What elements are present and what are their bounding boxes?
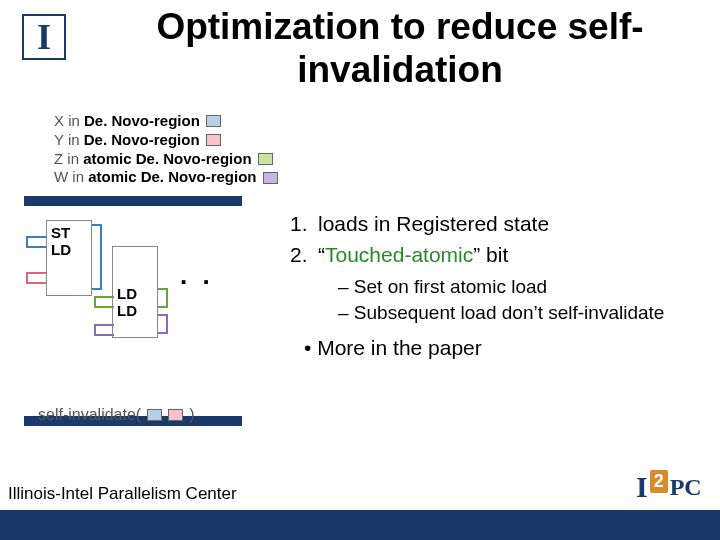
item1-text: loads in Registered state — [318, 212, 549, 235]
arrow-purple-icon — [94, 324, 114, 336]
legend-x-pre: X in — [54, 112, 84, 129]
i2pc-2: 2 — [650, 470, 668, 493]
item2-rest: bit — [480, 243, 508, 266]
arrow-green-icon — [94, 296, 114, 308]
legend: X in De. Novo-region Y in De. Novo-regio… — [54, 112, 278, 187]
diagram-col1: ST LD — [46, 220, 92, 296]
bullet-item: • More in the paper — [304, 334, 710, 361]
illinois-logo: I — [22, 14, 66, 60]
legend-z-pre: Z in — [54, 150, 83, 167]
swatch-blue-icon — [206, 115, 221, 127]
i2pc-logo: I 2 PC — [636, 470, 706, 504]
slide-title: Optimization to reduce self-invalidation — [95, 6, 705, 91]
item2-q1: “ — [318, 243, 325, 266]
diagram-bar-top — [24, 196, 242, 206]
illinois-logo-letter: I — [37, 16, 51, 58]
i2pc-pc: PC — [670, 474, 702, 501]
self-invalidate-label: self-invalidate( ) — [38, 406, 194, 424]
i2pc-i: I — [636, 470, 648, 504]
legend-w-bold: atomic De. Novo-region — [88, 168, 256, 185]
legend-row-y: Y in De. Novo-region — [54, 131, 278, 150]
sub-item-2: – Subsequent load don’t self-invalidate — [338, 301, 710, 326]
content-list: 1.loads in Registered state 2.“Touched-a… — [290, 210, 710, 361]
sub-list: – Set on first atomic load – Subsequent … — [338, 275, 710, 326]
swatch-pink-icon — [206, 134, 221, 146]
swatch-purple-icon — [263, 172, 278, 184]
self-invalidate-prefix: self-invalidate( — [38, 406, 141, 424]
self-invalidate-suffix: ) — [189, 406, 194, 424]
footer-text: Illinois-Intel Parallelism Center — [8, 484, 237, 504]
legend-y-bold: De. Novo-region — [84, 131, 200, 148]
legend-x-bold: De. Novo-region — [84, 112, 200, 129]
sub-item-1: – Set on first atomic load — [338, 275, 710, 300]
arrow-blue-icon — [26, 236, 46, 248]
legend-row-x: X in De. Novo-region — [54, 112, 278, 131]
arrow-pink-icon — [26, 272, 46, 284]
legend-row-w: W in atomic De. Novo-region — [54, 168, 278, 187]
col1-line1: ST — [51, 224, 87, 241]
list-item-2: 2.“Touched-atomic” bit — [290, 241, 710, 268]
bracket-purple-icon — [158, 314, 168, 334]
diagram: ST LD LD LD . . — [24, 196, 284, 426]
diagram-dots: . . — [180, 260, 214, 291]
legend-row-z: Z in atomic De. Novo-region — [54, 150, 278, 169]
legend-z-bold: atomic De. Novo-region — [83, 150, 251, 167]
footer-bar — [0, 510, 720, 540]
item2-green: Touched-atomic — [325, 243, 473, 266]
col2-line2: LD — [117, 302, 153, 319]
col1-line2: LD — [51, 241, 87, 258]
item2-num: 2. — [290, 241, 318, 268]
legend-y-pre: Y in — [54, 131, 84, 148]
bracket-green-icon — [158, 288, 168, 308]
swatch-blue-icon — [147, 409, 162, 421]
item1-num: 1. — [290, 210, 318, 237]
diagram-col2: LD LD — [112, 246, 158, 338]
swatch-pink-icon — [168, 409, 183, 421]
swatch-green-icon — [258, 153, 273, 165]
legend-w-pre: W in — [54, 168, 88, 185]
col2-line1: LD — [117, 285, 153, 302]
bracket-blue-icon — [92, 224, 102, 290]
list-item-1: 1.loads in Registered state — [290, 210, 710, 237]
